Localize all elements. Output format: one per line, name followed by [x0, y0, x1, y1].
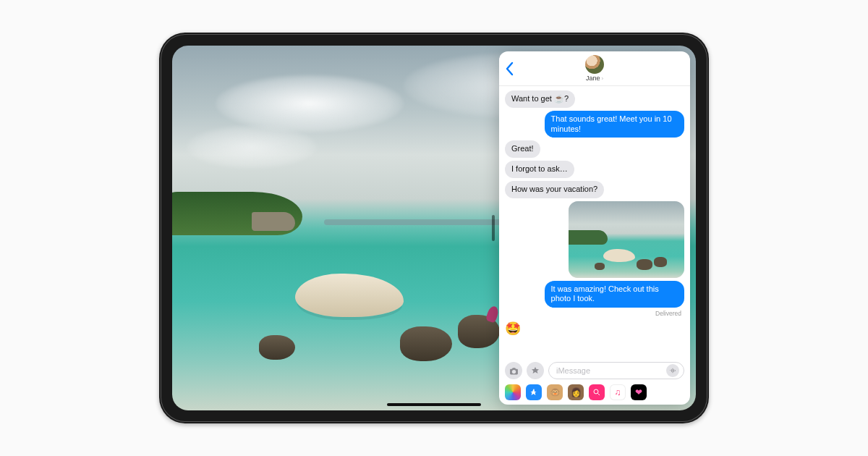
- back-button[interactable]: [505, 62, 514, 76]
- message-outgoing: That sounds great! Meet you in 10 minute…: [545, 111, 684, 138]
- messages-header: Jane ›: [499, 51, 690, 86]
- horizon: [324, 219, 512, 225]
- message-incoming: Great!: [505, 140, 540, 158]
- message-reaction: 🤩: [505, 321, 521, 337]
- imessage-app-strip: 🐵 👩 ♫ ❤: [499, 382, 690, 405]
- contact-name: Jane: [586, 75, 600, 82]
- ipad-frame: Jane › Want to get ☕️? That sounds great…: [159, 33, 709, 423]
- imessage-input[interactable]: iMessage: [548, 362, 684, 379]
- rock: [400, 326, 452, 361]
- delivered-status: Delivered: [655, 310, 684, 318]
- rock: [259, 335, 295, 360]
- photos-app-icon[interactable]: [505, 384, 521, 400]
- messages-slideover: Jane › Want to get ☕️? That sounds great…: [499, 51, 690, 405]
- digitaltouch-app-icon[interactable]: ❤: [631, 384, 647, 400]
- contact-header[interactable]: Jane ›: [585, 55, 604, 82]
- home-indicator[interactable]: [387, 403, 481, 406]
- svg-point-0: [594, 389, 598, 394]
- dictation-button[interactable]: [666, 364, 679, 377]
- message-photo-attachment[interactable]: [569, 201, 684, 278]
- imessage-placeholder: iMessage: [556, 366, 590, 375]
- appstore-button[interactable]: [527, 362, 544, 379]
- memoji-app-icon[interactable]: 👩: [568, 384, 584, 400]
- ipad-screen: Jane › Want to get ☕️? That sounds great…: [172, 46, 696, 410]
- slideover-resize-handle[interactable]: [492, 215, 495, 241]
- message-incoming: How was your vacation?: [505, 181, 604, 198]
- appstore-app-icon[interactable]: [526, 384, 542, 400]
- contact-avatar: [585, 55, 604, 74]
- chevron-right-icon: ›: [601, 75, 603, 82]
- message-outgoing: It was amazing! Check out this photo I t…: [545, 281, 684, 308]
- island: [172, 192, 302, 235]
- images-search-icon[interactable]: [589, 384, 605, 400]
- animoji-app-icon[interactable]: 🐵: [547, 384, 563, 400]
- music-app-icon[interactable]: ♫: [610, 384, 626, 400]
- camera-button[interactable]: [505, 362, 522, 379]
- compose-row: iMessage: [499, 359, 690, 382]
- message-thread[interactable]: Want to get ☕️? That sounds great! Meet …: [499, 86, 690, 359]
- message-incoming: I forgot to ask…: [505, 161, 574, 178]
- cloud: [216, 75, 404, 132]
- message-incoming: Want to get ☕️?: [505, 90, 575, 108]
- cloud: [187, 125, 317, 169]
